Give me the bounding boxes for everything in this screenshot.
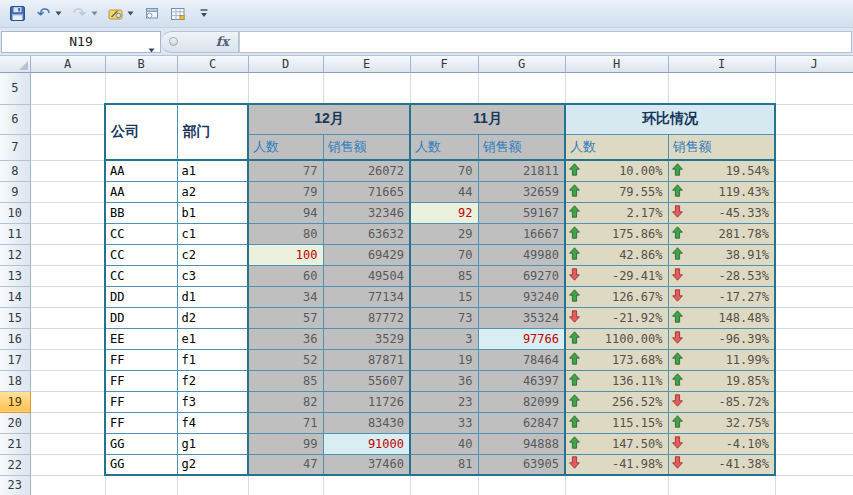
cell-E23[interactable] — [323, 475, 410, 495]
group-header-1[interactable]: 12月 — [248, 104, 410, 134]
group-header-3[interactable]: 环比情况 — [565, 104, 775, 134]
cell-A9[interactable] — [30, 181, 105, 202]
cell-A16[interactable] — [30, 328, 105, 349]
cell-G14[interactable]: 93240 — [478, 286, 565, 307]
cell-I19[interactable]: -85.72% — [668, 391, 775, 412]
cell-A22[interactable] — [30, 454, 105, 475]
cell-C16[interactable]: e1 — [177, 328, 248, 349]
cell-I5[interactable] — [668, 72, 775, 104]
cell-E22[interactable]: 37460 — [323, 454, 410, 475]
cell-G17[interactable]: 78464 — [478, 349, 565, 370]
dropdown-caret-icon[interactable] — [91, 11, 98, 16]
redo-button[interactable]: ↷ — [68, 4, 101, 24]
row-header-8[interactable]: 8 — [0, 160, 30, 181]
select-all-corner[interactable] — [0, 56, 30, 72]
row-header-22[interactable]: 22 — [0, 454, 30, 475]
cell-H15[interactable]: -21.92% — [565, 307, 668, 328]
cell-J9[interactable] — [775, 181, 853, 202]
cell-G18[interactable]: 46397 — [478, 370, 565, 391]
row-header-16[interactable]: 16 — [0, 328, 30, 349]
cell-G9[interactable]: 32659 — [478, 181, 565, 202]
cell-B19[interactable]: FF — [105, 391, 177, 412]
cell-C11[interactable]: c1 — [177, 223, 248, 244]
row-header-12[interactable]: 12 — [0, 244, 30, 265]
column-header-G[interactable]: G — [478, 56, 565, 72]
cell-A13[interactable] — [30, 265, 105, 286]
group-header-2[interactable]: 11月 — [410, 104, 565, 134]
cell-A20[interactable] — [30, 412, 105, 433]
cell-H8[interactable]: 10.00% — [565, 160, 668, 181]
cell-F5[interactable] — [410, 72, 478, 104]
row-header-15[interactable]: 15 — [0, 307, 30, 328]
cell-J7[interactable] — [775, 134, 853, 160]
column-header-H[interactable]: H — [565, 56, 668, 72]
cell-I21[interactable]: -4.10% — [668, 433, 775, 454]
cell-J16[interactable] — [775, 328, 853, 349]
cell-E15[interactable]: 87772 — [323, 307, 410, 328]
cell-E8[interactable]: 26072 — [323, 160, 410, 181]
cell-J17[interactable] — [775, 349, 853, 370]
sub-header-F7[interactable]: 人数 — [410, 134, 478, 160]
cell-G5[interactable] — [478, 72, 565, 104]
cell-J14[interactable] — [775, 286, 853, 307]
row-header-6[interactable]: 6 — [0, 104, 30, 134]
cell-D11[interactable]: 80 — [248, 223, 323, 244]
qat-overflow-button[interactable] — [192, 4, 215, 24]
cell-B22[interactable]: GG — [105, 454, 177, 475]
cell-H18[interactable]: 136.11% — [565, 370, 668, 391]
sub-header-I7[interactable]: 销售额 — [668, 134, 775, 160]
cell-C19[interactable]: f3 — [177, 391, 248, 412]
cell-E18[interactable]: 55607 — [323, 370, 410, 391]
cell-H16[interactable]: 1100.00% — [565, 328, 668, 349]
cell-J20[interactable] — [775, 412, 853, 433]
cell-D8[interactable]: 77 — [248, 160, 323, 181]
cell-G13[interactable]: 69270 — [478, 265, 565, 286]
cell-J12[interactable] — [775, 244, 853, 265]
cell-F8[interactable]: 70 — [410, 160, 478, 181]
cell-C9[interactable]: a2 — [177, 181, 248, 202]
cell-I9[interactable]: 119.43% — [668, 181, 775, 202]
cell-G16[interactable]: 97766 — [478, 328, 565, 349]
row-header-11[interactable]: 11 — [0, 223, 30, 244]
column-header-E[interactable]: E — [323, 56, 410, 72]
cell-I17[interactable]: 11.99% — [668, 349, 775, 370]
cell-J11[interactable] — [775, 223, 853, 244]
cell-A18[interactable] — [30, 370, 105, 391]
insert-function-button[interactable]: fx — [216, 34, 229, 49]
cell-B17[interactable]: FF — [105, 349, 177, 370]
cell-D9[interactable]: 79 — [248, 181, 323, 202]
column-header-I[interactable]: I — [668, 56, 775, 72]
column-header-D[interactable]: D — [248, 56, 323, 72]
sub-header-E7[interactable]: 销售额 — [323, 134, 410, 160]
cell-D5[interactable] — [248, 72, 323, 104]
cell-A8[interactable] — [30, 160, 105, 181]
cell-B23[interactable] — [105, 475, 177, 495]
cell-C23[interactable] — [177, 475, 248, 495]
cell-D23[interactable] — [248, 475, 323, 495]
row-header-23[interactable]: 23 — [0, 475, 30, 495]
row-header-13[interactable]: 13 — [0, 265, 30, 286]
cell-I13[interactable]: -28.53% — [668, 265, 775, 286]
cell-F18[interactable]: 36 — [410, 370, 478, 391]
name-box-dropdown-icon[interactable] — [148, 41, 155, 56]
row-header-10[interactable]: 10 — [0, 202, 30, 223]
cell-A23[interactable] — [30, 475, 105, 495]
cell-E17[interactable]: 87871 — [323, 349, 410, 370]
cell-C5[interactable] — [177, 72, 248, 104]
cell-D22[interactable]: 47 — [248, 454, 323, 475]
cell-A11[interactable] — [30, 223, 105, 244]
cell-A19[interactable] — [30, 391, 105, 412]
cell-F13[interactable]: 85 — [410, 265, 478, 286]
cell-J6[interactable] — [775, 104, 853, 134]
cell-C18[interactable]: f2 — [177, 370, 248, 391]
cell-G22[interactable]: 63905 — [478, 454, 565, 475]
cell-F16[interactable]: 3 — [410, 328, 478, 349]
cell-G10[interactable]: 59167 — [478, 202, 565, 223]
name-box[interactable]: N19 — [1, 31, 161, 53]
cell-A6[interactable] — [30, 104, 105, 134]
cell-H11[interactable]: 175.86% — [565, 223, 668, 244]
cell-C13[interactable]: c3 — [177, 265, 248, 286]
cell-H23[interactable] — [565, 475, 668, 495]
cell-D14[interactable]: 34 — [248, 286, 323, 307]
row-header-20[interactable]: 20 — [0, 412, 30, 433]
